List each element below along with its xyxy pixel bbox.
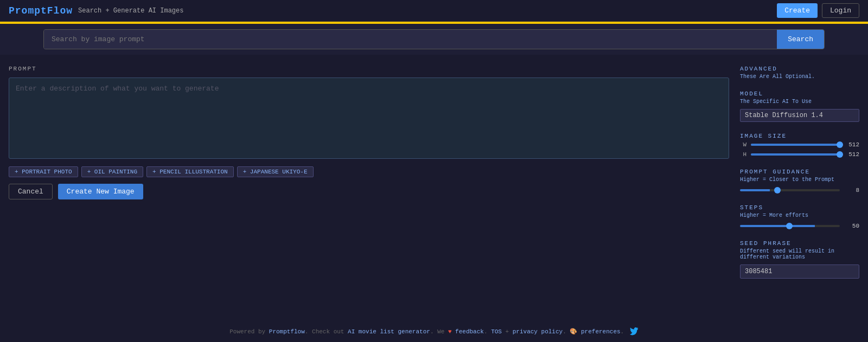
action-buttons: Cancel Create New Image <box>9 184 729 199</box>
image-size-section: IMAGE SIZE W 512 H <box>740 133 859 158</box>
guidance-slider[interactable] <box>740 189 840 191</box>
search-button[interactable]: Search <box>777 30 824 49</box>
steps-title: STEPS <box>740 204 859 211</box>
width-thumb <box>837 141 843 148</box>
twitter-icon <box>630 327 639 336</box>
prompt-guidance-section: PROMPT GUIDANCE Higher = Closer to the P… <box>740 169 859 193</box>
search-input[interactable] <box>44 30 777 49</box>
width-label: W <box>740 141 746 148</box>
promptflow-link[interactable]: Promptflow <box>269 328 305 335</box>
header-buttons: Create Login <box>777 3 859 18</box>
steps-sublabel: Higher = More efforts <box>740 212 859 218</box>
model-select[interactable]: Stable Diffusion 1.4 Stable Diffusion 2.… <box>740 109 859 122</box>
guidance-sublabel: Higher = Closer to the Prompt <box>740 177 859 183</box>
steps-value: 50 <box>844 223 859 229</box>
footer: Powered by Promptflow. Check out AI movi… <box>0 322 868 341</box>
header-nav: Search + Generate AI Images <box>78 7 183 15</box>
search-section: Search <box>0 24 868 55</box>
height-slider-row: H 512 <box>740 151 859 158</box>
width-track <box>751 144 840 146</box>
generate-button[interactable]: Create New Image <box>58 184 143 199</box>
advanced-subtitle: These Are All Optional. <box>740 74 859 80</box>
seed-title: SEED PHRASE <box>740 240 859 247</box>
privacy-link[interactable]: privacy policy <box>513 328 563 335</box>
width-fill <box>751 144 840 146</box>
style-tag-pencil[interactable]: + PENCIL ILLUSTRATION <box>146 166 234 177</box>
header: PromptFlow Search + Generate AI Images C… <box>0 0 868 22</box>
header-left: PromptFlow Search + Generate AI Images <box>9 5 183 16</box>
prompt-textarea[interactable] <box>9 78 729 159</box>
guidance-value: 8 <box>844 187 859 193</box>
seed-sublabel: Different seed will result in different … <box>740 248 859 260</box>
content-area: PROMPT + PORTRAIT PHOTO + OIL PAINTING +… <box>9 66 729 199</box>
create-button[interactable]: Create <box>777 3 818 18</box>
ai-link[interactable]: AI movie list generator <box>348 328 430 335</box>
style-tag-portrait[interactable]: + PORTRAIT PHOTO <box>9 166 78 177</box>
height-fill <box>751 153 840 156</box>
seed-input[interactable] <box>740 264 859 279</box>
width-value: 512 <box>844 141 859 148</box>
guidance-title: PROMPT GUIDANCE <box>740 169 859 175</box>
style-tag-ukiyo[interactable]: + JAPANESE UKIYO-E <box>237 166 314 177</box>
model-sublabel: The Specific AI To Use <box>740 99 859 105</box>
model-section: MODEL The Specific AI To Use Stable Diff… <box>740 91 859 122</box>
image-size-sliders: W 512 H 512 <box>740 141 859 158</box>
cancel-button[interactable]: Cancel <box>9 184 53 199</box>
tos-link[interactable]: TOS <box>491 328 502 335</box>
prefs-link[interactable]: 🎨 preferences <box>570 328 620 335</box>
login-button[interactable]: Login <box>822 3 859 18</box>
style-tag-oil[interactable]: + OIL PAINTING <box>81 166 143 177</box>
height-label: H <box>740 151 746 158</box>
seed-section: SEED PHRASE Different seed will result i… <box>740 240 859 279</box>
model-title: MODEL <box>740 91 859 97</box>
image-size-title: IMAGE SIZE <box>740 133 859 139</box>
sidebar: ADVANCED These Are All Optional. MODEL T… <box>740 66 859 289</box>
steps-section: STEPS Higher = More efforts 50 <box>740 204 859 229</box>
prompt-section-label: PROMPT <box>9 66 729 72</box>
logo: PromptFlow <box>9 5 73 16</box>
steps-slider-wrapper: 50 <box>740 223 859 229</box>
width-slider-row: W 512 <box>740 141 859 148</box>
main-layout: PROMPT + PORTRAIT PHOTO + OIL PAINTING +… <box>0 55 868 300</box>
heart-icon: ♥ <box>448 328 452 335</box>
height-value: 512 <box>844 151 859 158</box>
footer-text: Powered by Promptflow. Check out AI movi… <box>229 328 639 335</box>
height-thumb <box>837 151 843 158</box>
advanced-title: ADVANCED <box>740 66 859 72</box>
search-wrapper: Search <box>43 29 825 49</box>
advanced-section: ADVANCED These Are All Optional. <box>740 66 859 80</box>
guidance-slider-wrapper: 8 <box>740 187 859 193</box>
steps-slider[interactable] <box>740 225 840 227</box>
twitter-link[interactable] <box>628 328 639 335</box>
height-track <box>751 153 840 156</box>
style-tags: + PORTRAIT PHOTO + OIL PAINTING + PENCIL… <box>9 166 729 177</box>
feedback-link[interactable]: feedback <box>455 328 484 335</box>
